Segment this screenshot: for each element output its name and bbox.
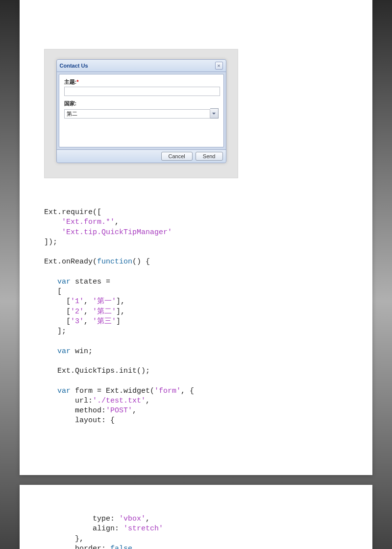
svg-marker-0 [212, 113, 216, 115]
document-page-1: Contact Us × 主题:* 国家: [20, 0, 372, 475]
cancel-button[interactable]: Cancel [161, 152, 193, 161]
screenshot-container: Contact Us × 主题:* 国家: [44, 49, 238, 178]
contact-window: Contact Us × 主题:* 国家: [56, 59, 226, 163]
chevron-down-icon[interactable] [210, 108, 219, 119]
send-button[interactable]: Send [196, 152, 223, 161]
code-block-1: Ext.require([ 'Ext.form.*', 'Ext.tip.Qui… [44, 208, 348, 426]
subject-input[interactable] [64, 87, 220, 96]
subject-label: 主题:* [64, 79, 79, 85]
window-title: Contact Us [60, 63, 88, 69]
document-page-2: type: 'vbox', align: 'stretch' }, border… [20, 485, 372, 549]
country-label: 国家: [64, 100, 77, 106]
required-indicator: * [76, 79, 78, 85]
window-header: Contact Us × [57, 60, 226, 72]
subject-label-text: 主题: [64, 79, 77, 85]
window-footer: Cancel Send [57, 149, 226, 163]
close-icon[interactable]: × [215, 62, 223, 70]
country-combo[interactable] [64, 109, 210, 119]
window-body: 主题:* 国家: [59, 74, 224, 147]
code-block-2: type: 'vbox', align: 'stretch' }, border… [44, 514, 348, 549]
